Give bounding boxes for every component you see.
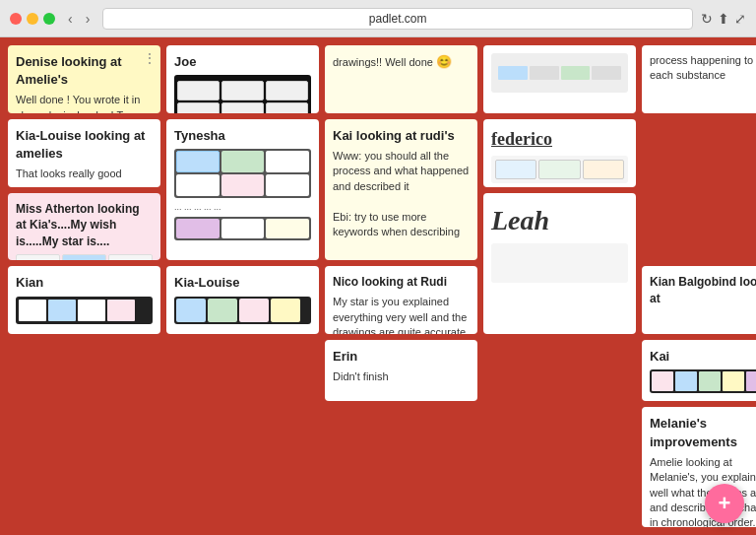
film-f xyxy=(239,299,269,322)
browser-actions: ↻ ⬆ ⤢ xyxy=(701,11,746,27)
joe-storyboard-container xyxy=(174,75,311,113)
share-button[interactable]: ⬆ xyxy=(718,11,729,27)
card-kia-louise-label: Kia-Louise xyxy=(166,266,319,334)
film-frame-kai xyxy=(675,371,697,391)
card-body-kai-rudi-www: Www: you should all the process and what… xyxy=(333,149,470,194)
card-kai-rudi: Kai looking at rudi's Www: you should al… xyxy=(325,119,477,261)
traffic-lights xyxy=(10,13,55,25)
particle-cell xyxy=(221,81,264,100)
col4-cell xyxy=(498,66,528,80)
joe-particle-grid xyxy=(177,81,308,113)
storyboard-cell xyxy=(108,254,153,260)
storyboard-cell xyxy=(16,254,60,260)
card-top-col4 xyxy=(483,45,636,113)
nav-buttons: ‹ › xyxy=(63,9,94,29)
close-button-tl[interactable] xyxy=(10,13,22,25)
card-title-denise: Denise looking at Amelie's xyxy=(16,53,153,89)
card-body-kia-amelies: That looks really good xyxy=(16,167,153,181)
film-f xyxy=(208,299,237,322)
card-erin: Erin Didn't finish xyxy=(325,340,477,401)
film-frame xyxy=(48,300,76,321)
t-cell2 xyxy=(176,219,220,238)
card-title-kia-louise: Kia-Louise xyxy=(174,274,311,292)
film-f xyxy=(176,299,206,322)
film-frame-kai xyxy=(652,371,673,391)
card-body-erin: Didn't finish xyxy=(333,369,470,384)
card-body-process: process happening to the each substance xyxy=(650,53,756,84)
refresh-button[interactable]: ↻ xyxy=(701,11,713,27)
card-process-substance: process happening to the each substance xyxy=(642,45,756,113)
card-title-kian: Kian xyxy=(16,274,153,292)
card-title-melanies: Melanie's improvements xyxy=(650,415,756,450)
film-frame-kai xyxy=(723,371,744,391)
add-post-button[interactable]: + xyxy=(705,484,744,523)
t-cell xyxy=(176,174,220,196)
address-bar[interactable]: padlet.com xyxy=(102,8,693,30)
fed-cell xyxy=(538,160,580,179)
federico-drawings xyxy=(491,156,628,183)
tynesha-grid xyxy=(176,151,309,196)
t-cell xyxy=(221,151,265,172)
kia-filmstrip xyxy=(174,297,311,324)
card-title-erin: Erin xyxy=(333,348,470,366)
col4-cell xyxy=(561,66,591,80)
card-body-drawings: drawings!! Well done 😊 xyxy=(333,53,470,71)
tynesha-storyboard xyxy=(174,149,311,198)
kia-film-frames xyxy=(176,299,309,322)
drawings-text: drawings!! Well done xyxy=(333,56,433,68)
card-tynesha: Tynesha ... ... ... ... ... xyxy=(166,119,319,261)
card-options-denise[interactable]: ⋮ xyxy=(143,49,157,69)
film-frame-kai xyxy=(699,371,721,391)
col4-cell xyxy=(592,66,621,80)
fed-cell xyxy=(495,160,536,179)
t-cell2 xyxy=(221,219,265,238)
card-body-nico-rudi: My star is you explained everything very… xyxy=(333,295,470,334)
padlet-board: ⋮ Denise looking at Amelie's Well done !… xyxy=(0,37,756,535)
t-cell xyxy=(176,151,220,172)
storyboard-cell xyxy=(62,254,106,260)
card-joe: Joe xyxy=(166,45,319,113)
particle-cell xyxy=(177,81,220,100)
tynesha-grid2 xyxy=(176,219,309,238)
card-nico-rudi: Nico looking at Rudi My star is you expl… xyxy=(325,266,477,334)
film-f xyxy=(271,299,300,322)
card-body-denise: Well done ! You wrote it in chronologica… xyxy=(16,93,153,112)
leah-content xyxy=(491,243,628,283)
card-kian: Kian xyxy=(8,266,160,334)
emoji-smiley: 😊 xyxy=(436,54,452,69)
tynesha-storyboard2 xyxy=(174,217,311,240)
fed-cell xyxy=(583,160,624,179)
card-title-kai-col5: Kai xyxy=(650,348,756,366)
kai-col5-frames xyxy=(652,371,756,391)
card-title-tynesha: Tynesha xyxy=(174,127,311,145)
t-cell2 xyxy=(266,219,309,238)
back-button[interactable]: ‹ xyxy=(63,9,78,29)
t-cell xyxy=(221,174,265,196)
card-miss-atherton: Miss Atherton looking at Kia's....My wis… xyxy=(8,193,160,261)
card-kia-amelies: Kia-Louise looking at amelies That looks… xyxy=(8,119,160,187)
card-title-nico-rudi: Nico looking at Rudi xyxy=(333,274,470,291)
card-body-kai-rudi-ebi: Ebi: try to use more keywords when descr… xyxy=(333,210,470,240)
col4-cell xyxy=(530,66,559,80)
col4-image-placeholder xyxy=(491,53,628,93)
card-federico: federico xyxy=(483,119,636,187)
card-title-kai-rudi: Kai looking at rudi's xyxy=(333,127,470,145)
t-cell xyxy=(266,174,309,196)
card-drawings-top: drawings!! Well done 😊 xyxy=(325,45,477,113)
fullscreen-button[interactable]: ⤢ xyxy=(734,11,746,27)
card-title-federico: federico xyxy=(491,127,628,152)
t-cell xyxy=(266,151,309,172)
forward-button[interactable]: › xyxy=(81,9,95,29)
particle-cell xyxy=(266,102,308,113)
film-frame xyxy=(78,300,105,321)
card-kai-col5: Kai xyxy=(642,340,756,401)
minimize-button-tl[interactable] xyxy=(27,13,38,25)
browser-chrome: ‹ › padlet.com ↻ ⬆ ⤢ xyxy=(0,0,756,37)
particle-cell xyxy=(177,102,220,113)
maximize-button-tl[interactable] xyxy=(43,13,55,25)
card-title-joe: Joe xyxy=(174,53,311,71)
film-frame xyxy=(19,300,46,321)
card-leah: Leah xyxy=(483,193,636,335)
particle-cell xyxy=(221,102,264,113)
tynesha-text: ... ... ... ... ... xyxy=(174,201,311,214)
